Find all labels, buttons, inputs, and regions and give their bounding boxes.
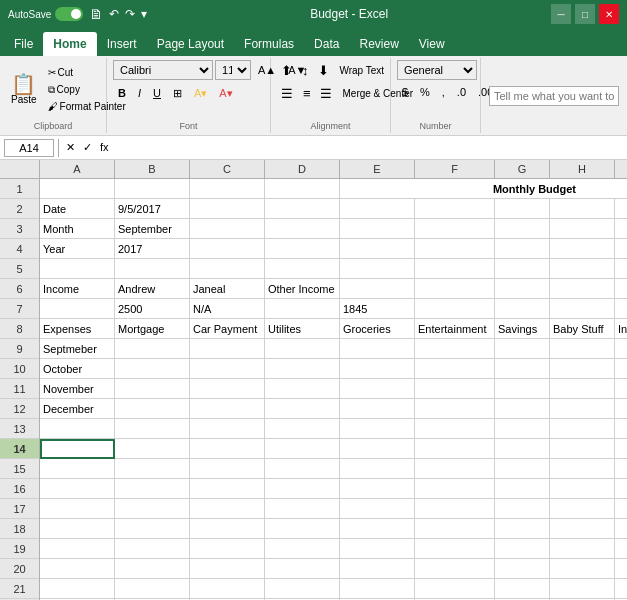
col-header-a[interactable]: A xyxy=(40,160,115,178)
tell-me-input[interactable] xyxy=(489,86,619,106)
cell-r4c8[interactable] xyxy=(550,239,615,259)
cell-r3c7[interactable] xyxy=(495,219,550,239)
cell-r3c3[interactable] xyxy=(190,219,265,239)
font-family-select[interactable]: Calibri xyxy=(113,60,213,80)
cell-r13c7[interactable] xyxy=(495,419,550,439)
cell-r20c3[interactable] xyxy=(190,559,265,579)
cell-r17c5[interactable] xyxy=(340,499,415,519)
cell-r5c8[interactable] xyxy=(550,259,615,279)
cell-r7c4[interactable] xyxy=(265,299,340,319)
cell-r4c6[interactable] xyxy=(415,239,495,259)
cell-r7c9[interactable] xyxy=(615,299,627,319)
cell-r8c9[interactable]: Insurance xyxy=(615,319,627,339)
cell-r15c2[interactable] xyxy=(115,459,190,479)
cell-r11c6[interactable] xyxy=(415,379,495,399)
cell-r9c1[interactable]: Septmeber xyxy=(40,339,115,359)
cell-r19c9[interactable] xyxy=(615,539,627,559)
cell-r13c2[interactable] xyxy=(115,419,190,439)
ribbon-tab-insert[interactable]: Insert xyxy=(97,32,147,56)
cell-r14c8[interactable] xyxy=(550,439,615,459)
bold-button[interactable]: B xyxy=(113,83,131,103)
col-header-i[interactable]: I xyxy=(615,160,627,178)
cell-r17c2[interactable] xyxy=(115,499,190,519)
cell-r18c5[interactable] xyxy=(340,519,415,539)
cell-r10c5[interactable] xyxy=(340,359,415,379)
cell-r11c4[interactable] xyxy=(265,379,340,399)
cell-r19c5[interactable] xyxy=(340,539,415,559)
cell-r20c5[interactable] xyxy=(340,559,415,579)
cell-r21c7[interactable] xyxy=(495,579,550,599)
cell-r9c3[interactable] xyxy=(190,339,265,359)
cell-r1c4[interactable] xyxy=(265,179,340,199)
cell-r11c1[interactable]: November xyxy=(40,379,115,399)
cell-r5c1[interactable] xyxy=(40,259,115,279)
cell-r11c3[interactable] xyxy=(190,379,265,399)
cell-r1c1[interactable] xyxy=(40,179,115,199)
paste-button[interactable]: 📋 Paste xyxy=(6,64,42,116)
close-btn[interactable]: ✕ xyxy=(599,4,619,24)
cell-r5c5[interactable] xyxy=(340,259,415,279)
ribbon-tab-page layout[interactable]: Page Layout xyxy=(147,32,234,56)
cell-r3c2[interactable]: September xyxy=(115,219,190,239)
cell-r1c5[interactable]: Monthly Budget xyxy=(340,179,627,199)
cell-r12c7[interactable] xyxy=(495,399,550,419)
cell-r10c7[interactable] xyxy=(495,359,550,379)
cell-r4c3[interactable] xyxy=(190,239,265,259)
autosave-toggle[interactable] xyxy=(55,7,83,21)
cell-r17c7[interactable] xyxy=(495,499,550,519)
cell-r14c3[interactable] xyxy=(190,439,265,459)
cell-r6c4[interactable]: Other Income xyxy=(265,279,340,299)
percent-button[interactable]: % xyxy=(415,82,435,102)
inc-decimal-button[interactable]: .0 xyxy=(452,82,471,102)
cell-r18c6[interactable] xyxy=(415,519,495,539)
ribbon-tab-file[interactable]: File xyxy=(4,32,43,56)
cell-r12c4[interactable] xyxy=(265,399,340,419)
cell-r20c9[interactable] xyxy=(615,559,627,579)
cell-r17c9[interactable] xyxy=(615,499,627,519)
cell-r10c9[interactable] xyxy=(615,359,627,379)
cell-r14c7[interactable] xyxy=(495,439,550,459)
cell-r20c2[interactable] xyxy=(115,559,190,579)
cell-r7c3[interactable]: N/A xyxy=(190,299,265,319)
cell-r3c1[interactable]: Month xyxy=(40,219,115,239)
cell-r2c5[interactable] xyxy=(340,199,415,219)
cell-r9c4[interactable] xyxy=(265,339,340,359)
cell-r6c5[interactable] xyxy=(340,279,415,299)
cell-r21c9[interactable] xyxy=(615,579,627,599)
cell-r4c1[interactable]: Year xyxy=(40,239,115,259)
cell-reference-input[interactable] xyxy=(4,139,54,157)
ribbon-tab-review[interactable]: Review xyxy=(349,32,408,56)
cell-r3c6[interactable] xyxy=(415,219,495,239)
underline-button[interactable]: U xyxy=(148,83,166,103)
cell-r6c3[interactable]: Janeal xyxy=(190,279,265,299)
cell-r20c4[interactable] xyxy=(265,559,340,579)
cell-r14c2[interactable] xyxy=(115,439,190,459)
cell-r7c1[interactable] xyxy=(40,299,115,319)
cell-r14c9[interactable] xyxy=(615,439,627,459)
row-num-9[interactable]: 9 xyxy=(0,339,39,359)
cell-r12c6[interactable] xyxy=(415,399,495,419)
cell-r13c1[interactable] xyxy=(40,419,115,439)
cell-r6c7[interactable] xyxy=(495,279,550,299)
cell-r18c9[interactable] xyxy=(615,519,627,539)
cell-r21c2[interactable] xyxy=(115,579,190,599)
insert-function-icon[interactable]: fx xyxy=(97,140,112,155)
row-num-10[interactable]: 10 xyxy=(0,359,39,379)
col-header-b[interactable]: B xyxy=(115,160,190,178)
cell-r7c7[interactable] xyxy=(495,299,550,319)
row-num-15[interactable]: 15 xyxy=(0,459,39,479)
cell-r12c5[interactable] xyxy=(340,399,415,419)
row-num-3[interactable]: 3 xyxy=(0,219,39,239)
cell-r16c7[interactable] xyxy=(495,479,550,499)
cell-r14c6[interactable] xyxy=(415,439,495,459)
row-num-18[interactable]: 18 xyxy=(0,519,39,539)
cell-r16c1[interactable] xyxy=(40,479,115,499)
cell-r8c7[interactable]: Savings xyxy=(495,319,550,339)
cell-r17c3[interactable] xyxy=(190,499,265,519)
cell-r15c4[interactable] xyxy=(265,459,340,479)
row-num-21[interactable]: 21 xyxy=(0,579,39,599)
col-header-d[interactable]: D xyxy=(265,160,340,178)
cell-r13c3[interactable] xyxy=(190,419,265,439)
cell-r21c1[interactable] xyxy=(40,579,115,599)
cell-r4c9[interactable] xyxy=(615,239,627,259)
